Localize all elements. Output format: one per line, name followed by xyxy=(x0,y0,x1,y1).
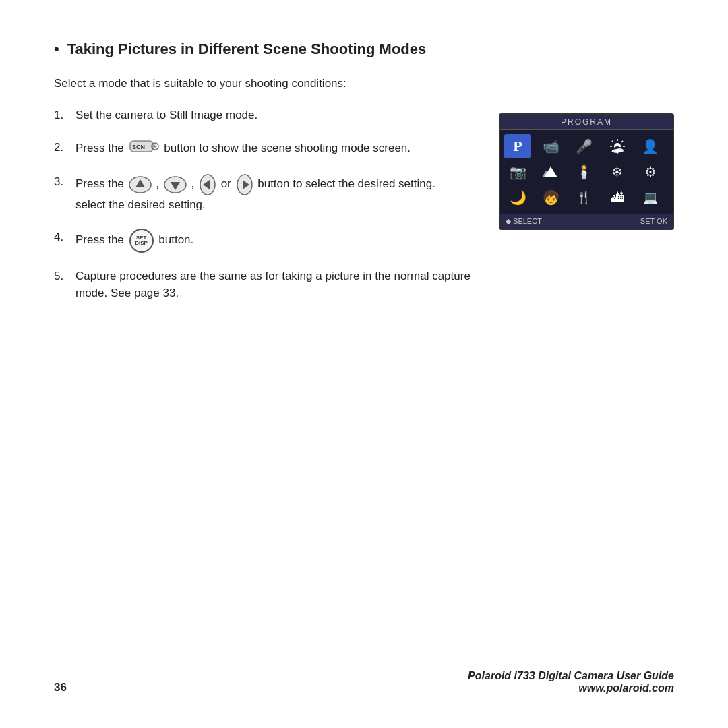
step-2-text: Press the SCN button to show the scene s… xyxy=(75,139,479,159)
step-3-line2: select the desired setting. xyxy=(75,198,206,211)
program-cell-video[interactable]: 📹 xyxy=(537,134,564,158)
up-arrow-icon[interactable] xyxy=(129,175,152,194)
step-5: 5. Capture procedures are the same as fo… xyxy=(54,268,479,302)
program-cell-mountain[interactable] xyxy=(537,160,564,184)
program-screen: PROGRAM P 📹 🎤 xyxy=(499,113,674,230)
step-3: 3. Press the , xyxy=(54,173,479,214)
svg-point-25 xyxy=(615,148,624,152)
left-arrow-icon[interactable] xyxy=(199,173,216,196)
step-1-num: 1. xyxy=(54,107,75,124)
program-header: PROGRAM xyxy=(500,115,673,130)
program-cell-mic[interactable]: 🎤 xyxy=(570,134,597,158)
step-2: 2. Press the SCN button to show the sc xyxy=(54,139,479,159)
program-cell-buildings[interactable]: 🏙 xyxy=(604,185,631,210)
step-2-before: Press the xyxy=(75,142,124,154)
step-5-num: 5. xyxy=(54,268,75,285)
step-2-after: button to show the scene shooting mode s… xyxy=(164,142,411,154)
step-5-text: Capture procedures are the same as for t… xyxy=(75,268,479,302)
right-arrow-icon[interactable] xyxy=(236,173,253,196)
brand-line1: Polaroid i733 Digital Camera User Guide xyxy=(468,670,674,682)
program-cell-portrait[interactable]: 👤 xyxy=(637,134,664,158)
step-1: 1. Set the camera to Still Image mode. xyxy=(54,107,479,124)
program-cell-snowflake[interactable]: ❄ xyxy=(604,160,631,184)
page-number: 36 xyxy=(54,681,67,694)
section-title: • Taking Pictures in Different Scene Sho… xyxy=(54,40,674,58)
step-3-or: or xyxy=(221,177,235,190)
program-cell-gear[interactable]: ⚙ xyxy=(637,160,664,184)
comma-2: , xyxy=(191,177,197,190)
scn-button-icon[interactable]: SCN xyxy=(129,139,159,159)
brand-line2: www.polaroid.com xyxy=(468,682,674,694)
step-4-num: 4. xyxy=(54,229,75,246)
footer-brand: Polaroid i733 Digital Camera User Guide … xyxy=(468,670,674,694)
program-footer: ◆ SELECT SET OK xyxy=(500,214,673,229)
content-area: 1. Set the camera to Still Image mode. 2… xyxy=(54,107,674,317)
step-3-after: button to select the desired setting. xyxy=(257,177,435,190)
bullet-icon: • xyxy=(54,40,59,58)
svg-line-20 xyxy=(621,141,623,142)
steps-area: 1. Set the camera to Still Image mode. 2… xyxy=(54,107,479,317)
footer-select: ◆ SELECT xyxy=(506,217,542,226)
svg-line-18 xyxy=(611,141,613,142)
program-cell-candle[interactable]: 🕯️ xyxy=(570,160,597,184)
program-cell-moon[interactable]: 🌙 xyxy=(504,185,531,210)
down-arrow-icon[interactable] xyxy=(164,175,187,194)
comma-1: , xyxy=(156,177,162,190)
step-4-text: Press the SET DISP button. xyxy=(75,229,479,253)
program-cell-sun[interactable] xyxy=(604,134,631,158)
step-3-text: Press the , xyxy=(75,173,479,214)
program-cell-food[interactable]: 🍴 xyxy=(570,185,597,210)
step-3-before: Press the xyxy=(75,177,124,190)
program-grid: P 📹 🎤 xyxy=(500,130,673,214)
title-text: Taking Pictures in Different Scene Shoot… xyxy=(67,40,427,58)
set-disp-button-icon[interactable]: SET DISP xyxy=(129,229,154,253)
footer-area: 36 Polaroid i733 Digital Camera User Gui… xyxy=(54,670,674,694)
program-cell-document[interactable]: 💻 xyxy=(637,185,664,210)
step-4-before: Press the xyxy=(75,233,124,246)
scn-icon-svg: SCN xyxy=(129,139,159,154)
step-4: 4. Press the SET DISP button. xyxy=(54,229,479,253)
step-3-num: 3. xyxy=(54,173,75,191)
intro-text: Select a mode that is suitable to your s… xyxy=(54,77,674,90)
program-cell-camera[interactable]: 📷 xyxy=(504,160,531,184)
step-1-text: Set the camera to Still Image mode. xyxy=(75,107,479,124)
program-cell-p[interactable]: P xyxy=(504,134,531,158)
program-cell-child[interactable]: 🧒 xyxy=(537,185,564,210)
footer-ok: SET OK xyxy=(640,217,667,226)
svg-text:SCN: SCN xyxy=(132,144,145,150)
page: • Taking Pictures in Different Scene Sho… xyxy=(0,0,728,728)
step-2-num: 2. xyxy=(54,139,75,156)
step-4-after: button. xyxy=(158,233,193,246)
